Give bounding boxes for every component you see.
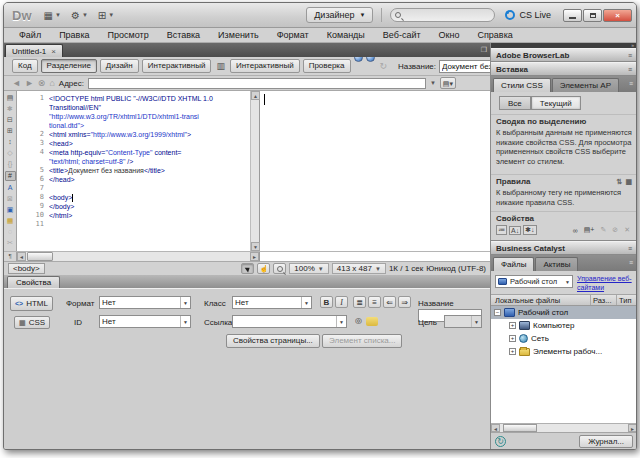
col-local-files[interactable]: Локальные файлы [491,295,591,305]
col-size[interactable]: Раз... [591,295,617,305]
panel-menu-icon[interactable]: ≡ [628,66,632,73]
code-view-button[interactable]: Код [12,59,38,73]
select-tool-icon[interactable] [241,263,254,274]
menu-item[interactable]: Вставка [158,30,209,40]
outdent-icon[interactable]: ⇐ [383,296,396,308]
restore-button[interactable] [583,9,602,22]
zoom-tool-icon[interactable] [273,263,286,274]
unordered-list-icon[interactable]: ≣ [353,296,366,308]
coding-toolbar-icon[interactable]: ✱ [5,105,16,113]
page-properties-button[interactable]: Свойства страницы... [226,334,320,348]
properties-tab[interactable]: Свойства [7,276,60,288]
workspace-switcher[interactable]: Дизайнер ▼ [306,7,373,23]
tree-row[interactable]: +Элементы рабоч... [491,345,637,358]
coding-toolbar-icon[interactable]: ↕ [5,138,16,146]
scroll-down-icon[interactable]: ▼ [251,242,260,251]
format-select[interactable]: Нет▼ [99,296,191,309]
tab-files[interactable]: Файлы [493,257,534,271]
coding-toolbar-icon[interactable]: A [5,184,16,192]
tree-row[interactable]: −Рабочий стол [491,306,637,319]
inspect-mode-icon[interactable]: ▥ [214,61,227,71]
business-catalyst-panel[interactable]: Business Catalyst ≡ [491,241,637,255]
coding-toolbar-icon[interactable]: ▦ [5,217,16,225]
list-view-icon[interactable]: A↓ [509,226,521,235]
menu-item[interactable]: Правка [50,30,98,40]
link-combo[interactable]: ▼ [232,315,347,328]
panel-menu-icon[interactable]: ≡ [628,245,632,252]
home-icon[interactable]: ⌂ [49,78,54,88]
show-cascade-icon[interactable]: ⇅ [617,178,623,186]
code-vertical-scrollbar[interactable]: ▲ ▼ [250,91,259,251]
coding-toolbar-icon[interactable]: ⊞ [5,127,16,135]
italic-button[interactable]: I [335,296,348,308]
expander-icon[interactable]: + [509,335,516,342]
menu-item[interactable]: Команды [318,30,374,40]
panel-menu-icon[interactable]: ≡ [628,52,632,59]
address-dropdown-icon[interactable]: ▼ [430,80,436,86]
panel-menu-icon[interactable]: ≡ [629,259,633,266]
scroll-left-icon[interactable]: ◄ [17,252,26,261]
close-tab-icon[interactable]: × [51,47,56,56]
refresh-icon[interactable]: ↻ [378,61,390,71]
coding-toolbar-icon[interactable]: ⊠ [5,195,16,203]
scroll-up-icon[interactable]: ▲ [251,91,260,100]
live-code-button[interactable]: Интерактивный код [142,59,212,73]
ordered-list-icon[interactable]: ≡ [368,296,381,308]
forward-icon[interactable]: ► [25,78,34,88]
css-mode-button[interactable]: ▦ CSS [14,316,50,329]
scroll-left-icon[interactable]: ◄ [491,424,500,432]
category-view-icon[interactable]: ≔ [496,225,507,235]
id-select[interactable]: Нет▼ [99,315,191,328]
site-icon[interactable]: ⊞▼ [98,10,114,21]
menu-item[interactable]: Просмотр [99,30,158,40]
coding-toolbar-icon[interactable]: ▣ [5,206,16,214]
zoom-level-select[interactable]: 100%▼ [289,263,328,274]
browse-folder-icon[interactable] [366,317,378,326]
code-view[interactable]: 1234567891011 <!DOCTYPE html PUBLIC "-//… [17,91,260,251]
tree-row[interactable]: +Компьютер [491,319,637,332]
tab-ap-elements[interactable]: Элементы АР [552,78,619,92]
extend-gear-icon[interactable]: ⚙▼ [71,10,88,21]
stop-icon[interactable]: ⊗ [38,78,46,88]
menu-item[interactable]: Файл [10,30,50,40]
files-horizontal-scrollbar[interactable]: ◄ ► [491,423,637,432]
scrollbar-thumb[interactable] [27,252,53,261]
menu-item[interactable]: Формат [268,30,318,40]
coding-toolbar-icon[interactable]: {} [5,160,16,168]
scrollbar-thumb[interactable] [503,424,537,432]
panel-menu-icon[interactable]: ≡ [629,80,633,87]
attach-stylesheet-icon[interactable]: ∞ [571,226,580,235]
tab-css-styles[interactable]: Стили CSS [493,78,551,92]
document-tab[interactable]: Untitled-1 × [5,44,63,57]
cs-live-button[interactable]: CS Live [505,10,551,20]
close-button[interactable]: × [603,9,632,22]
live-view-options-icon[interactable]: ▤▾ [440,77,456,89]
format-source-icon[interactable]: ¶ [4,252,17,261]
code-horizontal-scrollbar[interactable]: ◄ ► [17,252,260,261]
sync-icon[interactable]: ↻ [495,436,506,447]
scroll-right-icon[interactable]: ► [250,252,259,261]
bold-button[interactable]: B [320,296,333,308]
coding-toolbar-icon[interactable]: ⊟ [5,116,16,124]
insert-panel[interactable]: Вставка ≡ [491,62,637,76]
tree-row[interactable]: +Сеть [491,332,637,345]
col-type[interactable]: Тип [617,295,637,305]
coding-toolbar-icon[interactable]: ◌ [5,228,16,236]
expander-icon[interactable]: + [509,348,516,355]
minimize-button[interactable] [563,9,582,22]
point-to-file-icon[interactable]: ◎ [352,315,365,327]
restore-doc-icon[interactable]: ❐ [481,46,487,54]
layout-switcher-icon[interactable]: ▦▼ [44,10,61,21]
indent-icon[interactable]: ⇒ [398,296,411,308]
manage-sites-link[interactable]: Управление веб-сайтами [577,275,633,292]
set-properties-icon[interactable]: ✱↓ [523,225,536,235]
menu-item[interactable]: Справка [468,30,521,40]
expander-icon[interactable]: − [494,309,501,316]
back-icon[interactable]: ◄ [12,78,21,88]
site-select[interactable]: Рабочий стол ▼ [495,275,573,288]
hand-tool-icon[interactable]: ☝ [257,263,270,274]
address-input[interactable] [88,78,426,89]
log-button[interactable]: Журнал... [579,435,633,448]
tab-assets[interactable]: Активы [535,257,578,271]
design-view-button[interactable]: Дизайн [100,59,139,73]
